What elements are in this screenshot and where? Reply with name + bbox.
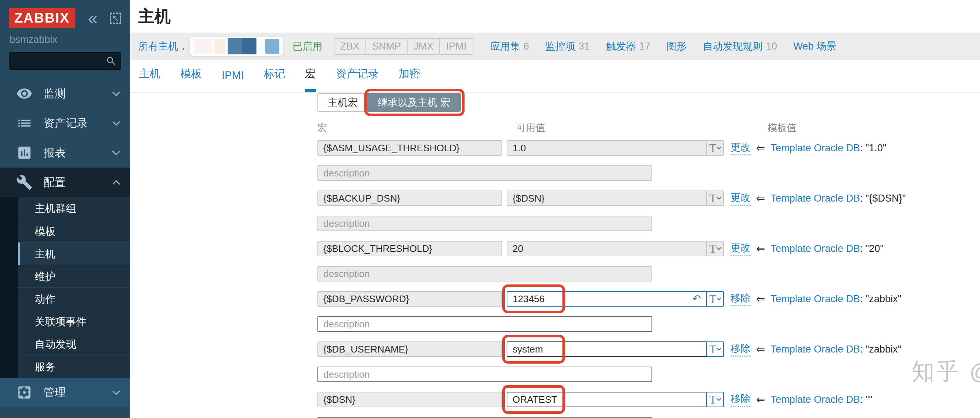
collapse-sidebar-icon[interactable]: «: [88, 11, 97, 25]
availability-badge: JMX: [407, 39, 439, 54]
sidebar-item-label: 报表: [44, 145, 66, 161]
template-value: : "zabbix": [860, 344, 901, 355]
sidebar-search: [9, 52, 121, 70]
zabbix-logo[interactable]: ZABBIX: [9, 8, 75, 28]
macro-description-input[interactable]: [317, 316, 652, 332]
sidebar-item-0[interactable]: 监测: [0, 79, 130, 108]
macro-value-group: T: [507, 341, 724, 357]
sidebar-subitem[interactable]: 主机群组: [18, 197, 130, 220]
value-type-dropdown-button[interactable]: T: [706, 392, 724, 407]
sidebar-item-2[interactable]: 报表: [0, 138, 130, 168]
inherited-macros-toggle-button[interactable]: 继承以及主机 宏: [368, 93, 461, 112]
tab-6[interactable]: 加密: [399, 67, 420, 92]
sidebar-subitem[interactable]: 服务: [18, 355, 130, 378]
tab-3[interactable]: 标记: [264, 67, 285, 92]
entity-link-label[interactable]: 触发器: [606, 40, 636, 53]
macro-action-link[interactable]: 更改: [730, 191, 751, 206]
template-link[interactable]: Template Oracle DB: [770, 394, 860, 405]
sidebar-menu-section: 配置 主机群组模板主机维护动作关联项事件自动发现服务: [0, 168, 130, 378]
macros-content: 主机宏 继承以及主机 宏 宏 可用值 模板值 T: [130, 93, 980, 418]
host-status-enabled[interactable]: 已启用: [293, 40, 323, 53]
value-type-dropdown-button[interactable]: T: [706, 341, 724, 357]
text-type-glyph: T: [710, 394, 716, 405]
sidebar-subitem[interactable]: 动作: [18, 287, 130, 310]
macro-row: T 移除 ⇐ Template Oracle DB: "": [317, 392, 980, 407]
sidebar-menu-section: 管理: [0, 378, 130, 407]
redaction-block: [228, 38, 242, 54]
entity-link-label[interactable]: 自动发现规则: [703, 40, 763, 53]
column-header-template: 模板值: [767, 121, 796, 134]
inherit-arrow-icon: ⇐: [756, 393, 765, 406]
sidebar-subitem[interactable]: 维护: [18, 265, 130, 287]
macro-row: ↶ T 移除 ⇐ Template Oracle DB: "zabbix": [317, 291, 980, 307]
macro-row-links: 移除 ⇐ Template Oracle DB: "": [730, 392, 872, 407]
sidebar-item-1[interactable]: 资产记录: [0, 108, 130, 138]
search-icon[interactable]: [106, 56, 117, 67]
sidebar-item-3[interactable]: 配置: [0, 168, 130, 197]
tab-5[interactable]: 资产记录: [336, 67, 379, 92]
breadcrumb-separator: .: [182, 41, 185, 52]
template-link[interactable]: Template Oracle DB: [770, 193, 860, 204]
macro-description-input: [317, 215, 652, 231]
value-type-dropdown-button[interactable]: T: [706, 291, 724, 307]
report-icon: [16, 145, 32, 161]
all-hosts-link[interactable]: 所有主机: [138, 40, 178, 53]
title-band: 主机: [130, 0, 980, 33]
value-type-dropdown-button[interactable]: T: [706, 190, 724, 206]
entity-link: 图形: [667, 40, 687, 53]
redaction-block: [214, 39, 225, 54]
macro-value-input[interactable]: [507, 392, 707, 407]
template-link[interactable]: Template Oracle DB: [770, 243, 860, 254]
inherited-toggle-wrap: 继承以及主机 宏: [368, 93, 461, 112]
sidebar-menu-section: 资产记录: [0, 108, 130, 138]
value-type-dropdown-button[interactable]: T: [706, 140, 724, 156]
entity-link: 触发器17: [606, 40, 651, 53]
template-value: : "{$DSN}": [860, 193, 906, 204]
chevron-down-icon: [717, 145, 722, 150]
macro-name-input: [317, 341, 502, 357]
template-link[interactable]: Template Oracle DB: [770, 294, 860, 305]
macro-description-input[interactable]: [317, 367, 652, 382]
redacted-hostname: [190, 37, 283, 56]
host-macros-toggle-button[interactable]: 主机宏: [317, 93, 368, 112]
inherit-arrow-icon: ⇐: [756, 293, 765, 305]
text-type-glyph: T: [710, 142, 716, 154]
text-type-glyph: T: [710, 193, 716, 204]
macro-action-link[interactable]: 移除: [730, 342, 751, 357]
tab-2[interactable]: IPMI: [222, 69, 244, 92]
sidebar-subitem[interactable]: 模板: [18, 220, 130, 242]
entity-link-label[interactable]: 监控项: [546, 40, 575, 53]
macro-description-input: [317, 266, 652, 281]
tab-0[interactable]: 主机: [139, 67, 161, 92]
entity-link-label[interactable]: 应用集: [490, 40, 520, 53]
sidebar-subitem[interactable]: 关联项事件: [18, 310, 130, 333]
entity-link-label[interactable]: 图形: [667, 40, 687, 53]
macro-action-link[interactable]: 移除: [730, 292, 751, 306]
template-link[interactable]: Template Oracle DB: [770, 344, 860, 355]
host-config-tabs: 主机模板IPMI标记宏资产记录加密: [130, 60, 980, 93]
macro-name-input: [317, 241, 502, 256]
template-link[interactable]: Template Oracle DB: [770, 142, 860, 153]
macro-action-link[interactable]: 更改: [730, 140, 751, 155]
tab-1[interactable]: 模板: [180, 67, 202, 92]
macro-row: T 更改 ⇐ Template Oracle DB: "1.0": [317, 140, 980, 156]
macro-value-input[interactable]: [507, 291, 707, 307]
tab-4[interactable]: 宏: [305, 67, 316, 92]
sidebar-submenu: 主机群组模板主机维护动作关联项事件自动发现服务: [18, 197, 130, 378]
macro-action-link[interactable]: 更改: [730, 241, 751, 256]
availability-badge: SNMP: [366, 39, 407, 54]
entity-link: 自动发现规则10: [703, 40, 777, 53]
macro-value-input[interactable]: [507, 341, 707, 357]
fullscreen-icon[interactable]: ↖: [110, 13, 121, 24]
sidebar-subitem[interactable]: 主机: [18, 242, 130, 265]
sidebar-item-4[interactable]: 管理: [0, 378, 130, 407]
chevron-down-icon: [112, 118, 120, 126]
value-type-dropdown-button[interactable]: T: [706, 241, 724, 256]
sidebar-subitem[interactable]: 自动发现: [18, 333, 130, 355]
macro-action-link[interactable]: 移除: [730, 392, 751, 407]
main-area: 知乎 @牛牛IT 主机 所有主机 . 已启用 ZBXSNMPJMXIPMI 应用…: [130, 0, 980, 418]
entity-link-label[interactable]: Web 场景: [793, 40, 837, 53]
column-header-value: 可用值: [516, 121, 767, 134]
search-input[interactable]: [10, 53, 121, 69]
undo-icon[interactable]: ↶: [692, 293, 701, 305]
